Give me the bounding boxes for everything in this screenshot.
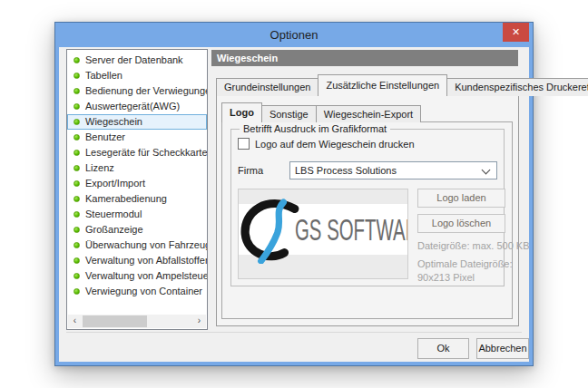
list-item-label: Lizenz (85, 162, 114, 174)
list-item-label: Steuermodul (85, 209, 142, 220)
list-item-label: Verwaltung von Ampelsteuerung (85, 270, 208, 282)
outer-tab-page: Logo Sonstige Wiegeschein-Export Betriff… (216, 95, 519, 326)
logo-wordmark: GS SOFTWARE (295, 209, 408, 250)
firma-combobox-value: LBS Process Solutions (295, 165, 397, 176)
list-item-bedienung-der-verwiegungen[interactable]: Bedienung der Verwiegungen (67, 83, 207, 99)
list-item-auswertegeraet-awg[interactable]: Auswertegerät(AWG) (67, 99, 207, 114)
list-item-label: Lesegeräte für Scheckkarten (85, 147, 208, 159)
list-item-label: Benutzer (85, 131, 125, 143)
tab-zusaetzliche-einstellungen[interactable]: Zusätzliche Einstellungen (318, 74, 447, 96)
inner-tab-bar: Logo Sonstige Wiegeschein-Export (221, 102, 420, 122)
list-item-tabellen[interactable]: Tabellen (67, 68, 207, 83)
list-item-benutzer[interactable]: Benutzer (67, 130, 207, 145)
print-logo-checkbox-row: Logo auf dem Wiegeschein drucken (238, 138, 415, 150)
logo-load-button[interactable]: Logo laden (417, 189, 505, 208)
green-bullet-icon (74, 257, 80, 264)
close-button[interactable]: ✕ (503, 23, 529, 42)
list-item-label: Tabellen (85, 70, 122, 82)
chevron-down-icon (482, 166, 491, 175)
scrollbar-thumb[interactable] (83, 315, 147, 327)
list-item-kamerabedienung[interactable]: Kamerabedienung (67, 191, 207, 207)
print-logo-checkbox[interactable] (238, 138, 250, 150)
logo-tab-page: Betrifft Ausdruck im Grafikformat Logo a… (221, 121, 513, 319)
logo-delete-button[interactable]: Logo löschen (417, 214, 505, 233)
window-title: Optionen (55, 23, 533, 47)
green-bullet-icon (74, 88, 80, 94)
groupbox-title: Betrifft Ausdruck im Grafikformat (240, 123, 390, 135)
options-list: Server der Datenbank Tabellen Bedienung … (66, 49, 208, 330)
green-bullet-icon (74, 211, 80, 218)
list-item-label: Bedienung der Verwiegungen (85, 85, 208, 97)
green-bullet-icon (74, 103, 80, 110)
scrollbar-track[interactable] (82, 315, 192, 328)
outer-tab-bar: Grundeinstellungen Zusätzliche Einstellu… (216, 74, 588, 96)
optimal-size-note-line2: 90x213 Pixel (417, 271, 504, 284)
cancel-button[interactable]: Abbrechen (476, 338, 529, 359)
tab-wiegeschein-export[interactable]: Wiegeschein-Export (316, 105, 421, 122)
panel-header: Wiegeschein (211, 50, 518, 66)
list-item-label: Verwiegung von Container (85, 286, 202, 297)
list-item-label: Verwaltung von Abfallstoffen (85, 255, 208, 267)
green-bullet-icon (74, 242, 80, 248)
logo-image: GS SOFTWARE (239, 204, 407, 255)
green-bullet-icon (74, 227, 80, 233)
close-icon: ✕ (512, 26, 520, 37)
list-item-label: Auswertegerät(AWG) (85, 101, 180, 112)
list-item-lesegeraete-fuer-scheckkarten[interactable]: Lesegeräte für Scheckkarten (67, 145, 207, 160)
filesize-note: Dateigröße: max. 500 KB (417, 239, 504, 252)
scroll-right-icon[interactable]: › (192, 315, 206, 328)
list-item-ueberwachung-von-fahrzeugaufstellung[interactable]: Überwachung von Fahrzeugaufstellur (67, 238, 207, 253)
list-item-wiegeschein[interactable]: Wiegeschein (67, 114, 207, 130)
list-item-export-import[interactable]: Export/Import (67, 176, 207, 191)
list-item-server-der-datenbank[interactable]: Server der Datenbank (67, 53, 207, 68)
list-item-label: Server der Datenbank (85, 54, 183, 66)
gs-logo-mark-icon (240, 199, 300, 264)
list-item-label: Großanzeige (85, 224, 143, 236)
options-dialog: Optionen ✕ Server der Datenbank Tabellen… (54, 22, 534, 366)
green-bullet-icon (74, 134, 80, 141)
tab-sonstige[interactable]: Sonstige (261, 105, 317, 122)
firma-row: Firma LBS Process Solutions (238, 161, 497, 179)
optimal-size-note-line1: Optimale Dateigröße: (417, 257, 504, 270)
green-bullet-icon (74, 288, 80, 295)
scroll-left-icon[interactable]: ‹ (68, 315, 82, 328)
list-item-grossanzeige[interactable]: Großanzeige (67, 222, 207, 238)
grafikformat-groupbox: Betrifft Ausdruck im Grafikformat Logo a… (230, 129, 505, 286)
dialog-client-area: Server der Datenbank Tabellen Bedienung … (59, 47, 529, 362)
footer-separator (66, 332, 522, 333)
list-item-label: Wiegeschein (85, 116, 142, 128)
green-bullet-icon (74, 57, 80, 63)
green-bullet-icon (74, 119, 80, 125)
green-bullet-icon (74, 165, 80, 171)
green-bullet-icon (74, 150, 80, 156)
list-item-label: Kamerabedienung (85, 193, 167, 205)
green-bullet-icon (74, 180, 80, 187)
print-logo-checkbox-label: Logo auf dem Wiegeschein drucken (255, 139, 415, 150)
tab-grundeinstellungen[interactable]: Grundeinstellungen (216, 78, 318, 96)
green-bullet-icon (74, 196, 80, 202)
firma-combobox[interactable]: LBS Process Solutions (289, 161, 497, 179)
green-bullet-icon (74, 73, 80, 79)
tab-kundenspezifisches-druckeretikett[interactable]: Kundenspezifisches Druckeretikett (446, 78, 588, 96)
list-item-label: Überwachung von Fahrzeugaufstellur (85, 239, 208, 251)
list-item-verwiegung-von-container[interactable]: Verwiegung von Container (67, 284, 207, 299)
horizontal-scrollbar[interactable]: ‹ › (68, 315, 206, 328)
logo-actions-column: Logo laden Logo löschen Dateigröße: max.… (417, 189, 504, 284)
green-bullet-icon (74, 273, 80, 279)
list-item-steuermodul[interactable]: Steuermodul (67, 207, 207, 222)
list-item-lizenz[interactable]: Lizenz (67, 160, 207, 176)
logo-preview: GS SOFTWARE (238, 189, 408, 279)
tab-logo[interactable]: Logo (221, 102, 262, 122)
titlebar[interactable]: Optionen ✕ (55, 23, 533, 47)
list-item-verwaltung-von-abfallstoffen[interactable]: Verwaltung von Abfallstoffen (67, 253, 207, 268)
firma-label: Firma (238, 165, 263, 176)
list-item-label: Export/Import (85, 178, 145, 189)
ok-button[interactable]: Ok (417, 338, 469, 359)
list-item-verwaltung-von-ampelsteuerung[interactable]: Verwaltung von Ampelsteuerung (67, 268, 207, 284)
